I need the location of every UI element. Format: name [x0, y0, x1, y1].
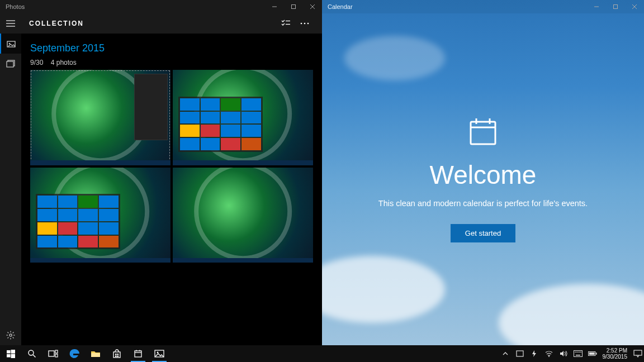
tray-language[interactable] [574, 349, 583, 358]
svg-rect-26 [614, 5, 618, 9]
svg-rect-68 [576, 352, 577, 353]
photo-thumbnail[interactable] [173, 168, 313, 263]
clock-time: 2:52 PM [607, 347, 627, 354]
start-button[interactable] [0, 345, 21, 362]
action-center-button[interactable] [632, 345, 644, 362]
calendar-title: Calendar [328, 3, 353, 10]
flag-icon [516, 350, 524, 357]
svg-line-18 [13, 332, 14, 334]
svg-point-47 [29, 350, 34, 355]
svg-rect-75 [589, 353, 594, 355]
svg-rect-71 [580, 352, 581, 353]
photos-titlebar[interactable]: Photos [0, 0, 322, 13]
search-button[interactable] [21, 345, 42, 362]
svg-rect-29 [471, 122, 495, 144]
photos-main: COLLECTION September 2015 9/30 4 photos [21, 13, 322, 345]
maximize-button[interactable] [284, 0, 303, 13]
svg-line-19 [8, 337, 9, 339]
svg-point-8 [9, 43, 11, 45]
close-button[interactable] [303, 0, 322, 13]
windows-icon [7, 350, 15, 358]
close-button[interactable] [625, 0, 644, 13]
day-count: 4 photos [51, 59, 77, 66]
calendar-icon [467, 116, 499, 147]
photo-thumbnail[interactable] [30, 70, 171, 165]
svg-rect-69 [577, 352, 579, 353]
svg-point-65 [548, 356, 550, 357]
svg-rect-74 [595, 353, 596, 355]
store-icon [112, 349, 121, 358]
svg-rect-67 [575, 352, 576, 353]
edge-icon [69, 348, 80, 359]
photos-title: Photos [6, 3, 25, 10]
thumbnail-grid [30, 70, 313, 263]
albums-icon [6, 60, 15, 68]
hamburger-button[interactable] [0, 13, 21, 34]
select-mode-button[interactable] [276, 13, 295, 34]
task-view-button[interactable] [42, 345, 64, 362]
taskbar-store[interactable] [106, 345, 127, 362]
battery-icon [588, 351, 597, 356]
taskbar-clock[interactable]: 2:52 PM 9/30/2015 [600, 345, 632, 362]
keyboard-icon [574, 350, 583, 357]
power-icon [531, 350, 538, 358]
svg-line-17 [13, 337, 14, 339]
tray-power[interactable] [530, 349, 539, 358]
photo-thumbnail[interactable] [30, 168, 171, 263]
svg-rect-64 [517, 351, 523, 356]
ellipsis-icon [300, 22, 309, 25]
svg-rect-45 [7, 354, 11, 357]
photos-sidebar [0, 13, 21, 345]
day-date: 9/30 [30, 59, 43, 66]
welcome-heading: Welcome [430, 160, 537, 190]
tray-overflow[interactable] [501, 349, 510, 358]
welcome-subtitle: This clean and modern calendar is perfec… [378, 198, 588, 209]
collection-icon [7, 40, 16, 47]
svg-point-24 [307, 23, 309, 25]
tray-battery[interactable] [588, 349, 597, 358]
taskbar-calendar[interactable] [127, 345, 149, 362]
gear-icon [6, 331, 15, 340]
folder-icon [91, 350, 101, 358]
svg-rect-66 [574, 351, 582, 357]
taskbar-photos[interactable] [149, 345, 170, 362]
photo-thumbnail[interactable] [173, 70, 313, 165]
sidebar-albums[interactable] [0, 54, 21, 74]
photos-icon [154, 350, 164, 358]
svg-rect-57 [117, 356, 119, 358]
calendar-titlebar[interactable]: Calendar [322, 0, 644, 13]
minimize-button[interactable] [587, 0, 606, 13]
wifi-icon [545, 350, 553, 357]
svg-line-48 [33, 355, 36, 358]
maximize-button[interactable] [606, 0, 625, 13]
calendar-body: Welcome This clean and modern calendar i… [322, 13, 644, 345]
task-view-icon [48, 350, 58, 358]
svg-rect-50 [55, 350, 58, 353]
svg-rect-70 [579, 352, 580, 353]
sidebar-collection[interactable] [0, 34, 21, 54]
search-icon [27, 349, 36, 358]
calendar-icon [134, 349, 143, 358]
minimize-button[interactable] [265, 0, 284, 13]
svg-rect-56 [115, 356, 117, 358]
svg-rect-10 [7, 61, 13, 67]
svg-rect-52 [91, 353, 100, 357]
taskbar-edge[interactable] [64, 345, 85, 362]
get-started-button[interactable]: Get started [451, 224, 515, 242]
taskbar: 2:52 PM 9/30/2015 [0, 345, 644, 362]
sidebar-settings[interactable] [0, 325, 21, 345]
svg-point-11 [10, 334, 12, 336]
svg-rect-72 [576, 355, 580, 356]
tray-defender[interactable] [515, 349, 524, 358]
tray-volume[interactable] [559, 349, 568, 358]
more-button[interactable] [295, 13, 314, 34]
svg-rect-76 [634, 350, 642, 355]
tray-network[interactable] [544, 349, 553, 358]
list-check-icon [281, 20, 290, 27]
collection-header: COLLECTION [21, 13, 322, 34]
taskbar-file-explorer[interactable] [85, 345, 106, 362]
svg-point-23 [304, 23, 306, 25]
system-tray [498, 345, 600, 362]
svg-rect-51 [55, 354, 58, 357]
month-heading[interactable]: September 2015 [30, 42, 313, 54]
